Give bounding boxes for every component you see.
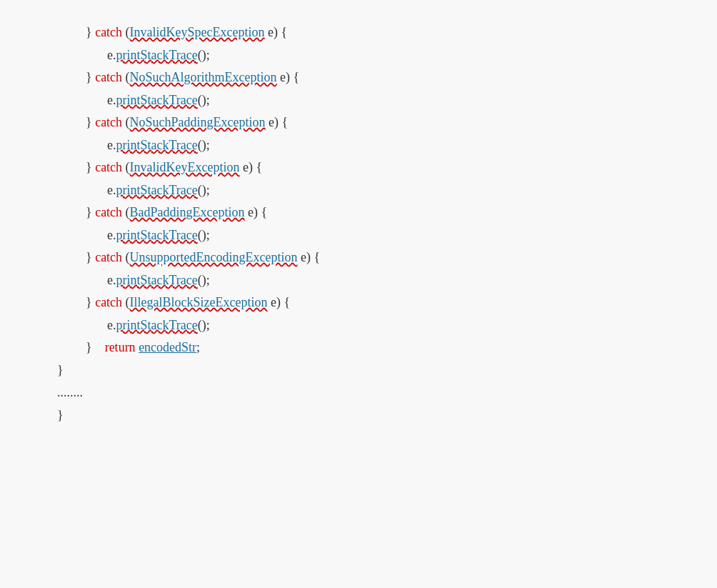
end-plain-3: e) { <box>266 111 289 134</box>
end-plain-5: e) { <box>245 201 268 224</box>
catch-keyword-6: catch <box>95 246 122 269</box>
line-catch-unsupported-encoding: } catch (UnsupportedEncodingException e)… <box>29 246 688 269</box>
line-print-stack-6: e.printStackTrace(); <box>29 269 688 292</box>
catch-keyword-2: catch <box>95 66 122 89</box>
return-keyword: return <box>105 337 136 359</box>
line-catch-no-such-padding: } catch (NoSuchPaddingException e) { <box>29 111 688 134</box>
paren-plain: ( <box>122 21 130 44</box>
end-7: (); <box>198 314 210 337</box>
print-stack-trace-1[interactable]: printStackTrace <box>116 44 198 67</box>
brace-plain-3: } <box>86 111 95 134</box>
line-print-stack-7: e.printStackTrace(); <box>29 314 688 337</box>
e-plain-6: e. <box>107 269 116 292</box>
line-catch-invalid-key-spec: } catch (InvalidKeySpecException e) { <box>29 21 688 44</box>
line-return-encoded-str: } return encodedStr; <box>29 337 688 359</box>
brace-plain-8: } <box>86 337 105 359</box>
end-1: (); <box>198 44 210 67</box>
line-print-stack-3: e.printStackTrace(); <box>29 134 688 157</box>
end-plain-2: e) { <box>277 66 300 89</box>
brace-plain-4: } <box>86 156 95 179</box>
code-block: } catch (InvalidKeySpecException e) { e.… <box>29 14 688 434</box>
end-plain-6: e) { <box>298 246 321 269</box>
paren-plain-2: ( <box>122 66 130 89</box>
e-plain-3: e. <box>107 134 116 157</box>
line-print-stack-4: e.printStackTrace(); <box>29 179 688 202</box>
line-catch-no-such-algo: } catch (NoSuchAlgorithmException e) { <box>29 66 688 89</box>
brace-plain: } <box>86 21 95 44</box>
line-catch-invalid-key: } catch (InvalidKeyException e) { <box>29 156 688 179</box>
no-such-algo-exception[interactable]: NoSuchAlgorithmException <box>130 66 277 89</box>
paren-plain-3: ( <box>122 111 130 134</box>
end-plain-4: e) { <box>240 156 263 179</box>
print-stack-trace-6[interactable]: printStackTrace <box>116 269 198 292</box>
line-close-class: } <box>29 404 688 427</box>
e-plain-1: e. <box>107 44 116 67</box>
encoded-str-var[interactable]: encodedStr <box>139 337 196 359</box>
end-plain-7: e) { <box>268 291 291 314</box>
line-dots: ........ <box>29 382 688 404</box>
dots: ........ <box>57 382 83 404</box>
catch-keyword-7: catch <box>95 291 122 314</box>
close-method-brace: } <box>57 359 64 382</box>
catch-keyword-3: catch <box>95 111 122 134</box>
line-print-stack-1: e.printStackTrace(); <box>29 44 688 67</box>
no-such-padding-exception[interactable]: NoSuchPaddingException <box>130 111 266 134</box>
end-plain: e) { <box>265 21 288 44</box>
paren-plain-6: ( <box>122 246 130 269</box>
brace-plain-5: } <box>86 201 95 224</box>
invalid-key-exception[interactable]: InvalidKeyException <box>130 156 240 179</box>
end-6: (); <box>198 269 210 292</box>
print-stack-trace-5[interactable]: printStackTrace <box>116 224 198 247</box>
e-plain-7: e. <box>107 314 116 337</box>
e-plain-5: e. <box>107 224 116 247</box>
line-close-method: } <box>29 359 688 382</box>
line-catch-bad-padding: } catch (BadPaddingException e) { <box>29 201 688 224</box>
paren-plain-7: ( <box>122 291 130 314</box>
print-stack-trace-2[interactable]: printStackTrace <box>116 89 198 112</box>
e-plain-2: e. <box>107 89 116 112</box>
brace-plain-2: } <box>86 66 95 89</box>
invalid-key-spec-exception[interactable]: InvalidKeySpecException <box>130 21 265 44</box>
bad-padding-exception[interactable]: BadPaddingException <box>130 201 245 224</box>
brace-plain-7: } <box>86 291 95 314</box>
e-plain-4: e. <box>107 179 116 202</box>
end-5: (); <box>198 224 210 247</box>
semicolon-8: ; <box>196 337 200 359</box>
end-2: (); <box>198 89 210 112</box>
end-3: (); <box>198 134 210 157</box>
print-stack-trace-3[interactable]: printStackTrace <box>116 134 198 157</box>
line-print-stack-2: e.printStackTrace(); <box>29 89 688 112</box>
end-4: (); <box>198 179 210 202</box>
catch-keyword: catch <box>95 21 122 44</box>
line-print-stack-5: e.printStackTrace(); <box>29 224 688 247</box>
print-stack-trace-7[interactable]: printStackTrace <box>116 314 198 337</box>
print-stack-trace-4[interactable]: printStackTrace <box>116 179 198 202</box>
paren-plain-5: ( <box>122 201 130 224</box>
unsupported-encoding-exception[interactable]: UnsupportedEncodingException <box>130 246 298 269</box>
catch-keyword-5: catch <box>95 201 122 224</box>
illegal-block-size-exception[interactable]: IllegalBlockSizeException <box>130 291 268 314</box>
close-class-brace: } <box>57 404 64 427</box>
line-catch-illegal-block-size: } catch (IllegalBlockSizeException e) { <box>29 291 688 314</box>
brace-plain-6: } <box>86 246 95 269</box>
catch-keyword-4: catch <box>95 156 122 179</box>
paren-plain-4: ( <box>122 156 130 179</box>
